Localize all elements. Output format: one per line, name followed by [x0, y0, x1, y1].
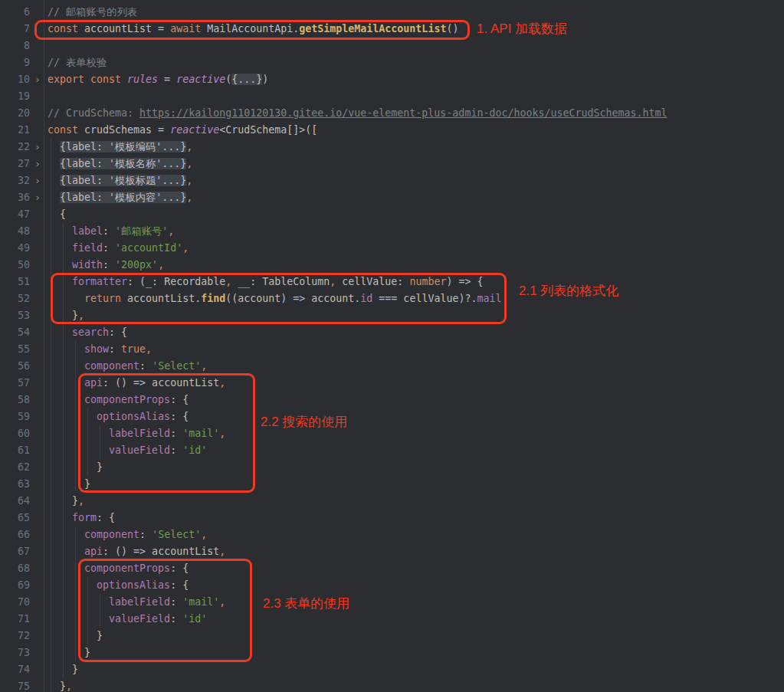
code-token: : {	[170, 579, 189, 591]
annotation-label: 2.1 列表的格式化	[519, 283, 618, 299]
code-line[interactable]: 27› {label: '模板名称'...},	[0, 156, 784, 172]
code-line[interactable]: 63 }	[0, 476, 784, 493]
code-line[interactable]: 32› {label: '模板标题'...},	[0, 172, 784, 189]
code-line[interactable]: 74 }	[0, 661, 784, 678]
folded-region-placeholder[interactable]: {label: '模板编码'...}	[60, 141, 186, 153]
code-token	[48, 141, 60, 153]
code-line[interactable]: 69 optionsAlias: {	[0, 577, 784, 594]
code-token: valueField	[109, 444, 170, 456]
line-number: 53	[0, 307, 30, 324]
code-token: // 表单校验	[48, 57, 107, 68]
code-token: : {	[170, 562, 189, 574]
code-token: number	[409, 276, 446, 287]
code-token	[48, 444, 109, 456]
line-number: 49	[0, 240, 30, 257]
line-number: 10	[0, 71, 30, 88]
line-number: 19	[0, 88, 30, 105]
folded-region-placeholder[interactable]: {label: '模板内容'...}	[60, 192, 186, 203]
line-number: 62	[0, 459, 30, 476]
code-text: labelField: 'mail',	[48, 596, 225, 608]
code-line[interactable]: 7const accountList = await MailAccountAp…	[0, 21, 784, 38]
code-line[interactable]: 67 api: () => accountList,	[0, 543, 784, 560]
code-token: ,	[186, 192, 192, 203]
code-token: ,	[158, 259, 164, 271]
code-line[interactable]: 9// 表单校验	[0, 54, 784, 71]
code-text: width: '200px',	[48, 259, 164, 271]
code-line[interactable]: 47 {	[0, 206, 784, 223]
code-token: }	[48, 630, 103, 641]
code-line[interactable]: 59 optionsAlias: {	[0, 408, 784, 425]
code-line[interactable]: 6// 邮箱账号的列表	[0, 4, 784, 21]
fold-chevron-icon[interactable]: ›	[30, 172, 48, 189]
code-token: getSimpleMailAccountList	[299, 23, 446, 34]
code-token: : (_: Recordable	[127, 276, 225, 287]
code-token: ,	[186, 141, 192, 153]
code-line[interactable]: 58 componentProps: {	[0, 392, 784, 408]
code-text: componentProps: {	[48, 394, 189, 405]
code-text: }	[48, 461, 103, 473]
code-token: labelField	[109, 428, 170, 439]
code-line[interactable]: 20// CrudSchema: https://kailong11012013…	[0, 105, 784, 122]
code-line[interactable]: 54 search: {	[0, 324, 784, 341]
folded-region-placeholder[interactable]: {label: '模板标题'...}	[60, 175, 186, 186]
fold-chevron-icon[interactable]: ›	[30, 189, 48, 206]
code-line[interactable]: 19	[0, 88, 784, 105]
code-line[interactable]: 8	[0, 38, 784, 54]
code-line[interactable]: 71 valueField: 'id'	[0, 611, 784, 628]
code-token: : {	[170, 411, 189, 422]
code-text: // 邮箱账号的列表	[48, 6, 137, 18]
fold-chevron-icon[interactable]: ›	[30, 156, 48, 172]
code-token: optionsAlias	[97, 411, 170, 422]
code-token: }	[48, 681, 66, 692]
folded-region-placeholder[interactable]: {label: '模板名称'...}	[60, 158, 186, 169]
code-line[interactable]: 52 return accountList.find((account) => …	[0, 290, 784, 307]
folded-region-placeholder[interactable]: {...}	[231, 74, 262, 85]
code-line[interactable]: 62 }	[0, 459, 784, 476]
code-token: ,	[219, 428, 225, 439]
code-line[interactable]: 51 formatter: (_: Recordable, __: TableC…	[0, 274, 784, 290]
code-line[interactable]: 56 component: 'Select',	[0, 358, 784, 375]
code-lines: 6// 邮箱账号的列表7const accountList = await Ma…	[0, 4, 784, 692]
code-token	[48, 192, 60, 203]
code-token	[48, 158, 60, 169]
code-line[interactable]: 68 componentProps: {	[0, 560, 784, 577]
code-text: const accountList = await MailAccountApi…	[48, 23, 458, 34]
fold-chevron-icon[interactable]: ›	[30, 139, 48, 156]
code-line[interactable]: 21const crudSchemas = reactive<CrudSchem…	[0, 122, 784, 139]
code-line[interactable]: 72 }	[0, 628, 784, 644]
line-number: 20	[0, 105, 30, 122]
code-line[interactable]: 66 component: 'Select',	[0, 526, 784, 543]
code-token: 'id'	[182, 444, 207, 456]
fold-chevron-icon[interactable]: ›	[30, 71, 48, 88]
line-number: 73	[0, 644, 30, 661]
code-line[interactable]: 36› {label: '模板内容'...},	[0, 189, 784, 206]
code-token: :	[170, 613, 182, 625]
code-line[interactable]: 64 },	[0, 493, 784, 510]
code-text: // 表单校验	[48, 57, 107, 68]
code-text: valueField: 'id'	[48, 444, 207, 456]
code-line[interactable]: 49 field: 'accountId',	[0, 240, 784, 257]
code-line[interactable]: 55 show: true,	[0, 341, 784, 358]
code-line[interactable]: 48 label: '邮箱账号',	[0, 223, 784, 240]
code-text: form: {	[48, 512, 115, 523]
code-line[interactable]: 53 },	[0, 307, 784, 324]
code-line[interactable]: 50 width: '200px',	[0, 257, 784, 274]
code-line[interactable]: 75 },	[0, 678, 784, 692]
code-line[interactable]: 73 }	[0, 644, 784, 661]
code-token: reactive	[176, 74, 225, 85]
code-line[interactable]: 70 labelField: 'mail',	[0, 594, 784, 611]
code-line[interactable]: 22› {label: '模板编码'...},	[0, 139, 784, 156]
code-line[interactable]: 65 form: {	[0, 510, 784, 526]
line-number: 57	[0, 375, 30, 392]
annotation-label: 1. API 加载数据	[477, 21, 567, 37]
code-line[interactable]: 61 valueField: 'id'	[0, 442, 784, 459]
code-line[interactable]: 10›export const rules = reactive({...})	[0, 71, 784, 88]
code-line[interactable]: 60 labelField: 'mail',	[0, 425, 784, 442]
code-token: :	[109, 343, 121, 355]
code-line[interactable]: 57 api: () => accountList,	[0, 375, 784, 392]
code-token: }	[48, 495, 78, 507]
code-token: find	[201, 293, 225, 304]
code-token: (	[225, 74, 231, 85]
code-token: const	[48, 124, 84, 136]
code-token: 'accountId'	[115, 242, 182, 254]
